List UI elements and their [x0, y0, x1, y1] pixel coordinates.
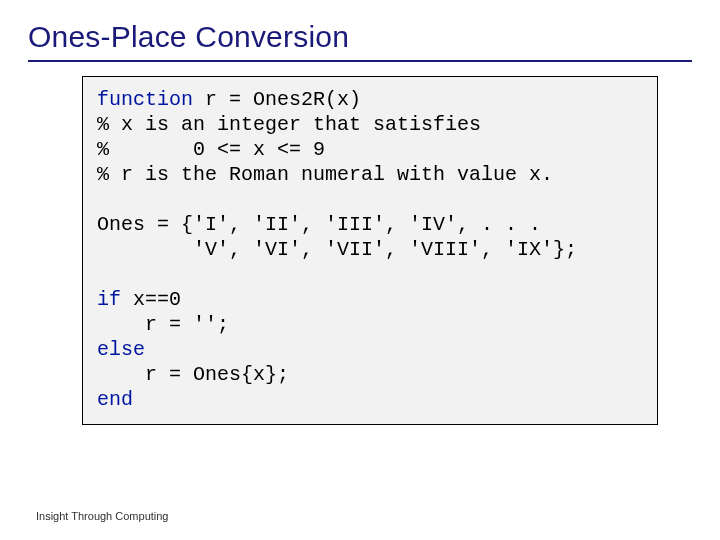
code-line-2: % x is an integer that satisfies	[97, 113, 481, 136]
code-block: function r = Ones2R(x) % x is an integer…	[97, 87, 643, 412]
keyword-end: end	[97, 388, 133, 411]
code-blank-2	[97, 263, 109, 286]
code-line-10: r = Ones{x};	[97, 363, 289, 386]
code-line-5: Ones = {'I', 'II', 'III', 'IV', . . .	[97, 213, 541, 236]
slide: Ones-Place Conversion function r = Ones2…	[0, 0, 720, 540]
title-rule	[28, 60, 692, 62]
code-blank-1	[97, 188, 109, 211]
footer-text: Insight Through Computing	[36, 510, 169, 522]
code-line-4: % r is the Roman numeral with value x.	[97, 163, 553, 186]
code-line-8: r = '';	[97, 313, 229, 336]
keyword-function: function	[97, 88, 193, 111]
code-box: function r = Ones2R(x) % x is an integer…	[82, 76, 658, 425]
code-line-7b: x==0	[121, 288, 181, 311]
page-title: Ones-Place Conversion	[28, 20, 692, 54]
keyword-if: if	[97, 288, 121, 311]
code-line-1b: r = Ones2R(x)	[193, 88, 361, 111]
code-line-6: 'V', 'VI', 'VII', 'VIII', 'IX'};	[97, 238, 577, 261]
code-line-3: % 0 <= x <= 9	[97, 138, 325, 161]
keyword-else: else	[97, 338, 145, 361]
